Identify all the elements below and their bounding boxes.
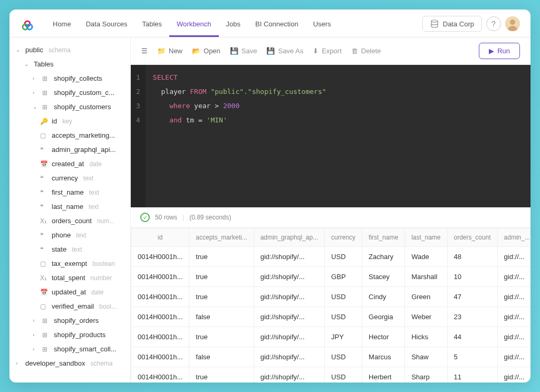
table-header-row: idaccepts_marketi...admin_graphql_ap...c… — [131, 228, 531, 247]
table-cell: Marcus — [362, 347, 405, 367]
svg-point-2 — [27, 24, 32, 30]
column-node[interactable]: ❝statetext — [9, 242, 130, 256]
column-header[interactable]: admin_... — [497, 228, 531, 247]
column-node[interactable]: ❝phonetext — [9, 228, 130, 242]
column-node[interactable]: 📅updated_atdate — [9, 285, 130, 299]
main-area: ⌄ public schema ⌄ Tables › ⊞ shopify_col… — [9, 37, 531, 383]
column-node[interactable]: 📅created_atdate — [9, 157, 130, 171]
saveas-button[interactable]: 💾Save As — [266, 47, 303, 55]
column-name: id — [52, 117, 57, 125]
nav-bi[interactable]: BI Connection — [248, 15, 306, 37]
table-row[interactable]: 0014H0001h...truegid://shopify/...USDHer… — [131, 367, 531, 383]
table-cell: Sharp — [405, 367, 447, 383]
help-icon[interactable]: ? — [486, 16, 501, 31]
chevron-right-icon: › — [16, 360, 22, 366]
column-type-icon: X₁ — [40, 217, 49, 225]
svg-point-3 — [431, 20, 438, 22]
column-node[interactable]: ❝first_nametext — [9, 185, 130, 199]
column-node[interactable]: ❝currencytext — [9, 171, 130, 185]
org-selector[interactable]: Data Corp — [422, 16, 482, 32]
other-schema-node[interactable]: › developer_sandbox schema — [9, 356, 130, 370]
export-button[interactable]: ⬇Export — [313, 47, 342, 55]
column-type: boolean — [92, 260, 115, 267]
nav-home[interactable]: Home — [45, 15, 79, 37]
table-cell: true — [189, 327, 254, 347]
chevron-down-icon: ⌄ — [33, 104, 39, 110]
column-name: currency — [52, 174, 78, 182]
column-node[interactable]: X₁total_spentnumber — [9, 271, 130, 285]
column-node[interactable]: ▢accepts_marketing... — [9, 128, 130, 142]
chevron-right-icon: › — [33, 332, 39, 338]
column-name: state — [52, 245, 66, 253]
table-row[interactable]: 0014H0001h...truegid://shopify/...JPYHec… — [131, 327, 531, 347]
table-cell: JPY — [325, 327, 362, 347]
table-cell: gid://shopify/... — [254, 347, 324, 367]
table-cell: 11 — [447, 367, 497, 383]
column-type: num... — [97, 217, 114, 225]
table-node[interactable]: › ⊞ shopify_orders — [9, 313, 130, 328]
table-row[interactable]: 0014H0001h...truegid://shopify/...GBPSta… — [131, 267, 531, 287]
table-name: shopify_custom_c... — [54, 89, 114, 97]
results-table-wrap[interactable]: idaccepts_marketi...admin_graphql_ap...c… — [131, 228, 531, 383]
results-status-bar: ✓ 50 rows | (0.89 seconds) — [131, 207, 531, 228]
table-node[interactable]: › ⊞ shopify_products — [9, 328, 130, 342]
table-cell: 23 — [447, 307, 497, 327]
success-check-icon: ✓ — [140, 213, 150, 222]
delete-button[interactable]: 🗑Delete — [351, 47, 381, 55]
nav-links: Home Data Sources Tables Workbench Jobs … — [45, 15, 339, 37]
folder-open-icon: 📂 — [192, 47, 200, 55]
column-name: accepts_marketing... — [52, 131, 115, 139]
table-cell: USD — [325, 367, 362, 383]
run-button[interactable]: ▶ Run — [479, 43, 520, 59]
nav-users[interactable]: Users — [306, 15, 339, 37]
column-node[interactable]: 🔑idkey — [9, 114, 130, 128]
code-area[interactable]: SELECT player FROM "public"."shopify_cus… — [146, 65, 334, 207]
sql-editor[interactable]: 1 2 3 4 SELECT player FROM "public"."sho… — [131, 65, 531, 207]
column-type-icon: 🔑 — [40, 118, 49, 125]
table-cell: Cindy — [362, 287, 405, 307]
nav-workbench[interactable]: Workbench — [169, 15, 219, 37]
column-node[interactable]: ▢verified_emailbool... — [9, 299, 130, 313]
column-header[interactable]: admin_graphql_ap... — [254, 228, 324, 247]
column-header[interactable]: first_name — [362, 228, 405, 247]
table-name: shopify_products — [54, 331, 105, 339]
table-row[interactable]: 0014H0001h...truegid://shopify/...USDCin… — [131, 287, 531, 307]
table-cell: 0014H0001h... — [131, 367, 189, 383]
results-table: idaccepts_marketi...admin_graphql_ap...c… — [131, 228, 531, 383]
indent-icon[interactable]: ☰ — [141, 47, 148, 55]
table-cell: gid://shopify/... — [254, 287, 324, 307]
table-node[interactable]: › ⊞ shopify_collects — [9, 71, 130, 85]
column-header[interactable]: currency — [325, 228, 362, 247]
tables-node[interactable]: ⌄ Tables — [9, 57, 130, 71]
column-type: date — [89, 160, 101, 168]
table-cell: 48 — [447, 247, 497, 267]
table-cell: 0014H0001h... — [131, 267, 189, 287]
column-node[interactable]: ❝last_nametext — [9, 199, 130, 214]
column-header[interactable]: id — [131, 228, 189, 247]
table-node-expanded[interactable]: ⌄ ⊞ shopify_customers — [9, 100, 130, 114]
table-row[interactable]: 0014H0001h...falsegid://shopify/...USDMa… — [131, 347, 531, 367]
schema-node[interactable]: ⌄ public schema — [9, 43, 130, 57]
open-button[interactable]: 📂Open — [192, 47, 220, 55]
column-header[interactable]: orders_count — [447, 228, 497, 247]
table-row[interactable]: 0014H0001h...falsegid://shopify/...USDGe… — [131, 307, 531, 327]
chevron-down-icon: ⌄ — [24, 61, 31, 67]
column-node[interactable]: ▢tax_exemptboolean — [9, 256, 130, 271]
avatar[interactable] — [505, 16, 520, 31]
column-header[interactable]: accepts_marketi... — [189, 228, 254, 247]
table-node[interactable]: › ⊞ shopify_custom_c... — [9, 85, 130, 100]
column-node[interactable]: X₁orders_countnum... — [9, 214, 130, 228]
column-name: phone — [52, 231, 71, 239]
column-node[interactable]: ❝admin_graphql_api... — [9, 142, 130, 157]
table-cell: Georgia — [362, 307, 405, 327]
column-header[interactable]: last_name — [405, 228, 447, 247]
nav-tables[interactable]: Tables — [134, 15, 169, 37]
svg-point-5 — [510, 20, 515, 25]
new-button[interactable]: 📁New — [157, 47, 182, 55]
table-row[interactable]: 0014H0001h...truegid://shopify/...USDZac… — [131, 247, 531, 267]
nav-datasources[interactable]: Data Sources — [79, 15, 135, 37]
nav-jobs[interactable]: Jobs — [219, 15, 248, 37]
save-button[interactable]: 💾Save — [230, 47, 257, 55]
table-node[interactable]: › ⊞ shopify_smart_coll... — [9, 342, 130, 356]
schema-name: public — [25, 46, 43, 54]
